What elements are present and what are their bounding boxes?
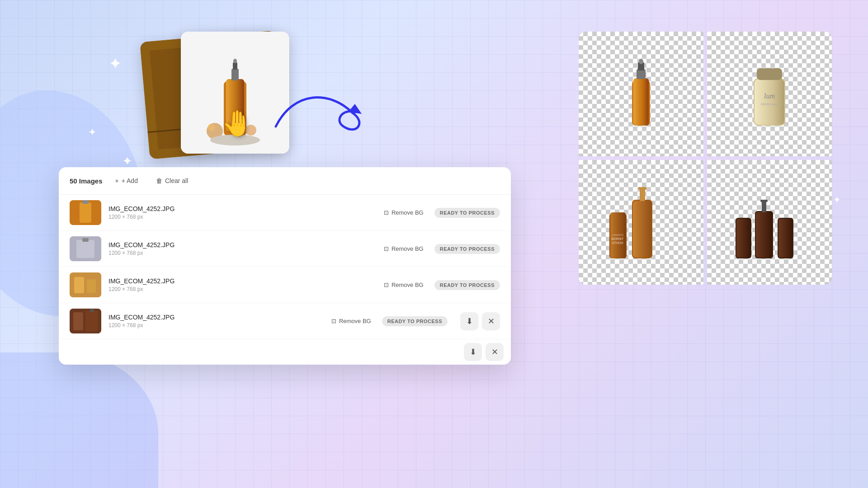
svg-rect-48: [74, 277, 84, 293]
file-size: 1200 × 768 px: [108, 250, 373, 256]
svg-rect-37: [762, 201, 766, 212]
file-info: IMG_ECOM_4252.JPG 1200 × 768 px: [108, 241, 373, 256]
file-info: IMG_ECOM_4252.JPG 1200 × 768 px: [108, 314, 321, 328]
close-icon: ✕: [491, 347, 498, 357]
panel-bottom-actions: ⬇ ✕: [59, 339, 511, 365]
file-size: 1200 × 768 px: [108, 322, 321, 328]
svg-text:LONDON: LONDON: [612, 234, 623, 236]
hand-cursor-icon: 🤚: [222, 108, 253, 138]
file-thumbnail: [70, 200, 101, 225]
file-thumbnail: [70, 309, 101, 333]
sparkle-2: ✦: [88, 127, 96, 138]
svg-text:blissful aura: blissful aura: [761, 103, 778, 106]
sparkle-3: ✦: [122, 154, 132, 169]
download-icon: ⬇: [470, 347, 476, 357]
svg-rect-38: [760, 200, 768, 202]
remove-bg-icon: ⊡: [384, 209, 389, 216]
sparkle-1: ✦: [108, 54, 122, 73]
svg-rect-16: [637, 69, 646, 79]
clear-all-button[interactable]: 🗑 Clear all: [151, 174, 193, 187]
svg-rect-51: [73, 312, 83, 330]
table-row: IMG_ECOM_4252.JPG 1200 × 768 px ⊡ Remove…: [59, 231, 511, 267]
svg-text:STHOH: STHOH: [612, 241, 623, 244]
file-size: 1200 × 768 px: [108, 286, 373, 292]
result-cell-2: lum blissful aura: [707, 32, 832, 156]
status-badge: READY TO PROCESS: [434, 208, 500, 218]
table-row: IMG_ECOM_4252.JPG 1200 × 768 px ⊡ Remove…: [59, 195, 511, 231]
remove-bg-button[interactable]: ⊡ Remove BG: [380, 207, 427, 218]
svg-rect-36: [756, 212, 772, 258]
svg-rect-49: [87, 279, 96, 293]
add-label: + Add: [122, 177, 138, 184]
svg-rect-34: [736, 219, 750, 258]
table-row: IMG_ECOM_4252.JPG 1200 × 768 px ⊡ Remove…: [59, 303, 511, 339]
file-name: IMG_ECOM_4252.JPG: [108, 277, 373, 285]
result-cell-3: LONDON BORNIT STHOH: [579, 160, 703, 285]
file-panel: 50 Images + + Add 🗑 Clear all IMG_ECOM_4…: [59, 167, 511, 365]
plus-icon: +: [115, 177, 119, 184]
arrow-graphic: [267, 81, 366, 163]
svg-rect-42: [80, 202, 91, 223]
svg-rect-7: [233, 62, 237, 70]
remove-bg-label: Remove BG: [392, 245, 424, 252]
sparkle-5: ✦: [833, 194, 841, 205]
svg-rect-43: [82, 200, 89, 204]
file-info: IMG_ECOM_4252.JPG 1200 × 768 px: [108, 277, 373, 292]
svg-rect-53: [90, 309, 94, 312]
file-name: IMG_ECOM_4252.JPG: [108, 205, 373, 212]
remove-bg-button[interactable]: ⊡ Remove BG: [328, 316, 375, 326]
file-info: IMG_ECOM_4252.JPG 1200 × 768 px: [108, 205, 373, 220]
svg-rect-20: [755, 79, 784, 125]
remove-bg-label: Remove BG: [392, 209, 424, 216]
file-thumbnail: [70, 236, 101, 261]
svg-text:lum: lum: [764, 92, 775, 100]
remove-bg-icon: ⊡: [331, 318, 336, 324]
svg-rect-6: [231, 69, 239, 80]
file-size: 1200 × 768 px: [108, 214, 373, 220]
result-cell-4: [707, 160, 832, 285]
close-button[interactable]: ✕: [482, 312, 500, 330]
panel-download-button[interactable]: ⬇: [464, 343, 482, 361]
clear-label: Clear all: [165, 177, 188, 184]
remove-bg-button[interactable]: ⊡ Remove BG: [380, 280, 427, 290]
file-name: IMG_ECOM_4252.JPG: [108, 314, 321, 321]
panel-close-button[interactable]: ✕: [486, 343, 504, 361]
svg-rect-29: [638, 187, 646, 190]
remove-bg-icon: ⊡: [384, 282, 389, 288]
svg-rect-46: [82, 238, 89, 242]
file-list: IMG_ECOM_4252.JPG 1200 × 768 px ⊡ Remove…: [59, 195, 511, 339]
status-badge: READY TO PROCESS: [434, 244, 500, 254]
file-panel-header: 50 Images + + Add 🗑 Clear all: [59, 167, 511, 195]
svg-rect-40: [778, 219, 793, 258]
svg-point-18: [639, 59, 643, 64]
svg-rect-45: [76, 240, 94, 258]
file-name: IMG_ECOM_4252.JPG: [108, 241, 373, 249]
results-grid: lum blissful aura LONDON BO: [579, 32, 832, 285]
add-button[interactable]: + + Add: [110, 174, 143, 187]
remove-bg-label: Remove BG: [392, 282, 424, 288]
svg-rect-27: [633, 201, 651, 258]
svg-text:BORNIT: BORNIT: [612, 237, 624, 240]
trash-icon: 🗑: [156, 177, 162, 184]
table-row: IMG_ECOM_4252.JPG 1200 × 768 px ⊡ Remove…: [59, 267, 511, 303]
file-thumbnail: [70, 272, 101, 297]
image-count: 50 Images: [70, 177, 103, 185]
svg-rect-28: [640, 188, 645, 201]
svg-rect-52: [85, 311, 98, 331]
svg-rect-15: [633, 78, 649, 126]
status-badge: READY TO PROCESS: [434, 280, 500, 290]
svg-point-10: [208, 124, 215, 131]
remove-bg-icon: ⊡: [384, 245, 389, 252]
svg-rect-21: [757, 68, 782, 80]
download-button[interactable]: ⬇: [460, 312, 478, 330]
status-badge: READY TO PROCESS: [382, 316, 448, 326]
remove-bg-button[interactable]: ⊡ Remove BG: [380, 244, 427, 254]
remove-bg-label: Remove BG: [339, 318, 371, 324]
result-cell-1: [579, 32, 703, 156]
svg-point-8: [233, 59, 237, 63]
